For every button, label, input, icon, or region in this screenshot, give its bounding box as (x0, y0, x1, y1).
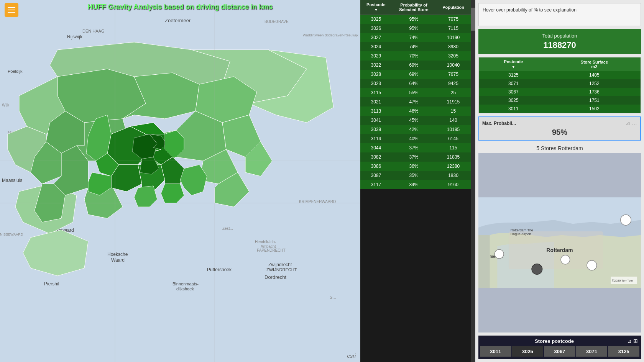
store-marker-3[interactable] (561, 255, 570, 264)
max-prob-icons[interactable]: ⊿ … (626, 120, 637, 126)
hamburger-button[interactable] (5, 3, 18, 17)
map-svg: DEN HAAG Rijswijk Pijnacker-Nootdorp Poe… (0, 0, 360, 362)
table-row: 311346%15 (360, 106, 471, 116)
stores-filter-icon[interactable]: ⊿ (627, 338, 632, 344)
table-row: 302970%3205 (360, 51, 471, 61)
scrollbar-thumb[interactable] (471, 8, 475, 31)
store-row: 30251751 (479, 96, 641, 105)
store-marker-selected[interactable] (532, 264, 542, 275)
stores-bar-icons[interactable]: ⊿ ⊞ (627, 338, 638, 344)
table-row: 302869%7675 (360, 70, 471, 79)
svg-text:Maassluis: Maassluis (2, 178, 22, 183)
esri-watermark: esri (347, 353, 356, 359)
svg-text:Rotterdam The: Rotterdam The (511, 228, 533, 232)
svg-text:Waddinxveen Bodegraven-Reeuwij: Waddinxveen Bodegraven-Reeuwijk (303, 33, 358, 37)
store-surface-body: 3125140530711252306717363025175130111502 (479, 71, 641, 113)
store-row: 30111502 (479, 105, 641, 113)
table-row: 302774%10190 (360, 33, 471, 42)
table-row: 308636%12380 (360, 162, 471, 171)
main-map[interactable]: HUFF Gravity Analysis based on driving d… (0, 0, 360, 362)
svg-text:Hendrik-Ido-: Hendrik-Ido- (255, 240, 276, 244)
svg-text:Piershil: Piershil (44, 281, 59, 287)
page-title: HUFF Gravity Analysis based on driving d… (88, 3, 273, 11)
store-row: 30671736 (479, 88, 641, 96)
svg-text:Hague Airport: Hague Airport (511, 232, 532, 236)
postcode-button-3071[interactable]: 3071 (576, 346, 608, 357)
svg-text:©2020 TomTom: ©2020 TomTom (612, 279, 633, 282)
table-row: 311440%6145 (360, 134, 471, 143)
table-row: 302147%11915 (360, 97, 471, 106)
table-row: 308237%11835 (360, 152, 471, 162)
svg-text:Puttershoek: Puttershoek (207, 267, 232, 272)
store-marker-1[interactable] (495, 249, 504, 259)
svg-text:KRIMPENERWAARD: KRIMPENERWAARD (299, 200, 336, 204)
svg-text:Rijswijk: Rijswijk (67, 34, 83, 39)
store-row: 31251405 (479, 71, 641, 79)
mini-map[interactable]: Rotterdam hiedam Rotterdam The Hague Air… (478, 153, 641, 333)
svg-text:PAPENDRECHT: PAPENDRECHT (257, 248, 286, 252)
mini-map-title: 5 Stores Rotterdam (478, 144, 641, 153)
total-pop-label: Total population (482, 33, 637, 39)
store-surface-header[interactable]: Store Surfacem2 (548, 57, 641, 71)
postcode-button-3011[interactable]: 3011 (480, 346, 511, 357)
svg-text:DEN HAAG: DEN HAAG (82, 29, 104, 33)
table-row: 302364%9425 (360, 79, 471, 88)
data-table-body: 302595%7075302695%7115302774%10190302474… (360, 15, 471, 190)
table-scrollbar[interactable] (471, 0, 475, 362)
max-probability-box: Max. Probabil... ⊿ … 95% (478, 116, 641, 141)
svg-text:Binnenmaats-: Binnenmaats- (172, 282, 199, 286)
hover-tooltip-text: Hover over probability of % to see expla… (483, 7, 577, 13)
table-row: 311734%9160 (360, 180, 471, 189)
store-marker-5[interactable] (587, 260, 597, 270)
svg-text:Wijk: Wijk (2, 103, 10, 107)
stores-postcode-buttons[interactable]: 30113025306730713125 (478, 346, 641, 359)
store-surface-table: Postcode ▼ Store Surfacem2 3125140530711… (479, 57, 641, 113)
svg-text:Zest...: Zest... (222, 226, 233, 231)
table-row: 308735%1830 (360, 171, 471, 180)
mini-map-section: 5 Stores Rotterdam Rotte (478, 144, 641, 333)
info-panel: Hover over probability of % to see expla… (475, 0, 644, 362)
svg-text:NISSEWAARD: NISSEWAARD (0, 233, 23, 236)
hover-tooltip-box: Hover over probability of % to see expla… (478, 3, 641, 26)
mini-map-svg: Rotterdam hiedam Rotterdam The Hague Air… (478, 153, 641, 333)
postcode-sort-icon[interactable]: ▼ (363, 8, 389, 12)
postcode-button-3125[interactable]: 3125 (608, 346, 639, 357)
svg-text:Hoeksche: Hoeksche (107, 252, 128, 257)
total-pop-value: 1188270 (482, 40, 637, 50)
postcode-button-3067[interactable]: 3067 (544, 346, 575, 357)
stores-bar: Stores postcode ⊿ ⊞ 30113025306730713125 (478, 336, 641, 359)
population-header[interactable]: Population (436, 0, 471, 15)
svg-text:S...: S... (330, 295, 336, 300)
more-icon[interactable]: … (632, 120, 637, 126)
table-row: 302474%8980 (360, 42, 471, 51)
filter-icon[interactable]: ⊿ (626, 120, 630, 126)
total-population-box: Total population 1188270 (478, 29, 641, 54)
svg-text:Zoetermeer: Zoetermeer (165, 18, 191, 23)
stores-grid-icon[interactable]: ⊞ (633, 338, 638, 344)
table-row: 302269%10040 (360, 61, 471, 70)
svg-text:ZWIJNDRECHT: ZWIJNDRECHT (266, 267, 297, 272)
store-marker-2[interactable] (621, 215, 631, 226)
table-row: 303942%10195 (360, 125, 471, 134)
probability-table: Postcode ▼ Probability ofSelected Store … (360, 0, 471, 189)
postcode-button-3025[interactable]: 3025 (512, 346, 544, 357)
svg-text:BODEGRAVE: BODEGRAVE (264, 20, 289, 24)
max-prob-value: 95% (482, 128, 637, 137)
table-row: 304437%115 (360, 143, 471, 152)
store-postcode-sort-icon[interactable]: ▼ (482, 65, 545, 69)
probability-header[interactable]: Probability ofSelected Store (392, 0, 436, 15)
svg-text:Waard: Waard (111, 257, 125, 263)
table-row: 302595%7075 (360, 15, 471, 24)
store-row: 30711252 (479, 79, 641, 88)
svg-text:Poeldijk: Poeldijk (8, 69, 23, 74)
svg-text:Zwijndrecht: Zwijndrecht (268, 262, 292, 267)
svg-text:dijkshoek: dijkshoek (176, 287, 194, 291)
svg-text:Dordrecht: Dordrecht (264, 274, 286, 280)
table-row: 311555%25 (360, 88, 471, 97)
table-row: 304145%140 (360, 116, 471, 125)
postcode-store-box: Postcode ▼ Store Surfacem2 3125140530711… (478, 57, 641, 113)
svg-text:Rotterdam: Rotterdam (546, 247, 573, 253)
postcode-header[interactable]: Postcode ▼ (360, 0, 392, 15)
stores-bar-title: Stores postcode (481, 338, 627, 344)
store-postcode-header[interactable]: Postcode ▼ (479, 57, 548, 71)
